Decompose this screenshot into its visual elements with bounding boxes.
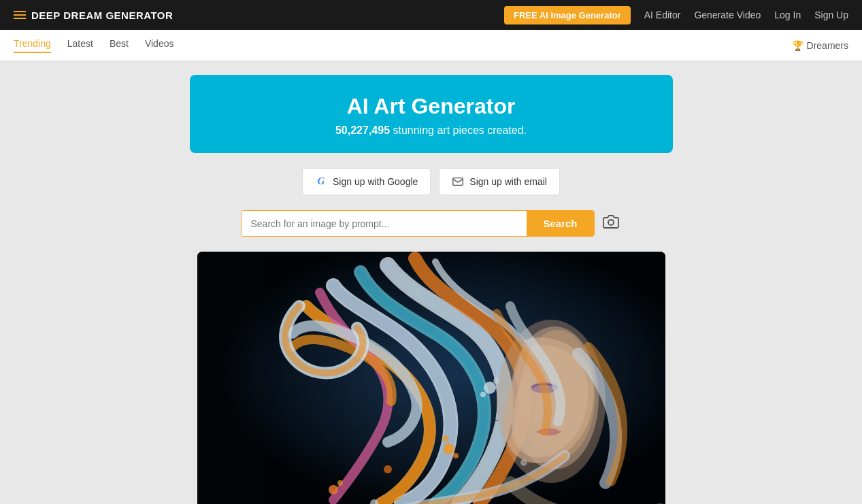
svg-point-12	[480, 392, 486, 397]
svg-point-8	[337, 480, 343, 486]
navbar-actions: FREE AI Image Generator AI Editor Genera…	[504, 6, 848, 24]
search-input-wrapper: Search	[241, 210, 595, 237]
svg-point-1	[608, 220, 614, 225]
signup-buttons: G Sign up with Google Sign up with email	[302, 168, 560, 195]
brand-name: DEEP DREAM GENERATOR	[31, 10, 173, 21]
secondary-nav-links: Trending Latest Best Videos	[14, 38, 792, 53]
main-content: AI Art Generator 50,227,495 stunning art…	[0, 61, 862, 504]
signup-google-label: Sign up with Google	[333, 176, 418, 187]
svg-rect-0	[453, 178, 463, 186]
signup-email-button[interactable]: Sign up with email	[439, 168, 560, 195]
svg-point-6	[453, 453, 459, 458]
free-ai-button[interactable]: FREE AI Image Generator	[504, 6, 631, 24]
dreamers-label: Dreamers	[807, 40, 848, 51]
ai-editor-link[interactable]: AI Editor	[644, 10, 681, 20]
login-link[interactable]: Log In	[774, 10, 801, 20]
svg-point-7	[329, 485, 338, 494]
search-input[interactable]	[242, 211, 527, 236]
tab-trending[interactable]: Trending	[14, 38, 51, 53]
search-button[interactable]: Search	[527, 211, 593, 236]
hero-title: AI Art Generator	[203, 94, 659, 119]
signup-link[interactable]: Sign Up	[814, 10, 848, 20]
signup-email-label: Sign up with email	[469, 176, 547, 187]
hero-banner: AI Art Generator 50,227,495 stunning art…	[190, 75, 673, 153]
featured-image	[197, 252, 665, 504]
secondary-navbar: Trending Latest Best Videos 🏆 Dreamers	[0, 30, 862, 61]
signup-google-button[interactable]: G Sign up with Google	[302, 168, 431, 195]
svg-point-9	[384, 465, 392, 473]
hamburger-icon[interactable]	[14, 11, 26, 19]
trophy-icon: 🏆	[792, 40, 803, 51]
art-count: 50,227,495	[335, 124, 390, 136]
hero-subtitle-suffix: stunning art pieces created.	[390, 124, 527, 136]
camera-icon[interactable]	[600, 211, 622, 236]
brand: DEEP DREAM GENERATOR	[14, 10, 504, 21]
search-bar-container: Search	[241, 210, 622, 237]
svg-point-10	[484, 382, 496, 394]
svg-point-4	[444, 443, 454, 454]
generate-video-link[interactable]: Generate Video	[694, 10, 761, 20]
svg-point-5	[442, 435, 449, 442]
tab-latest[interactable]: Latest	[67, 38, 93, 53]
featured-image-container	[197, 252, 665, 504]
navbar: DEEP DREAM GENERATOR FREE AI Image Gener…	[0, 0, 862, 30]
email-icon	[452, 175, 464, 188]
dreamers-link[interactable]: 🏆 Dreamers	[792, 40, 848, 51]
tab-best[interactable]: Best	[110, 38, 129, 53]
hero-subtitle: 50,227,495 stunning art pieces created.	[203, 124, 659, 137]
tab-videos[interactable]: Videos	[145, 38, 174, 53]
google-icon: G	[315, 175, 327, 188]
